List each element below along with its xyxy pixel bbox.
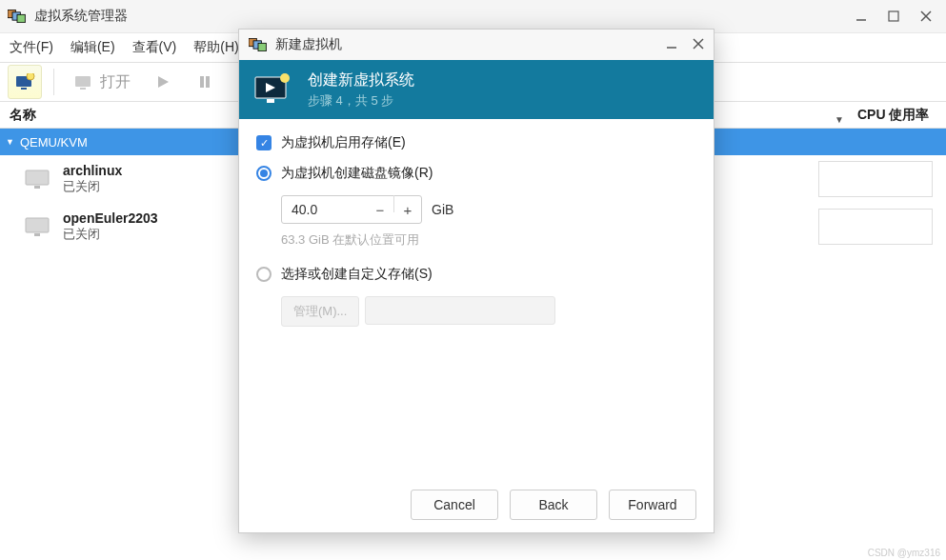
pause-button[interactable] [188, 65, 222, 99]
disk-size-value: 40.0 [282, 202, 367, 217]
sort-arrow-icon: ▼ [835, 114, 844, 125]
vm-name: openEuler2203 [63, 210, 158, 226]
svg-rect-14 [206, 76, 210, 88]
dialog-minimize-button[interactable] [666, 36, 677, 53]
create-disk-label: 为虚拟机创建磁盘镜像(R) [281, 165, 433, 182]
svg-point-9 [27, 73, 34, 80]
vm-status: 已关闭 [63, 178, 122, 195]
new-vm-banner-icon [252, 73, 292, 106]
create-disk-radio[interactable]: 为虚拟机创建磁盘镜像(R) [256, 165, 696, 182]
svg-rect-27 [267, 99, 274, 103]
svg-rect-2 [17, 14, 25, 22]
watermark: CSDN @ymz316 [868, 548, 940, 558]
cpu-usage-graph [818, 161, 933, 197]
vm-status: 已关闭 [63, 226, 158, 243]
window-controls [855, 10, 938, 23]
dialog-body: ✓ 为虚拟机启用存储(E) 为虚拟机创建磁盘镜像(R) 40.0 − + GiB… [239, 119, 714, 477]
svg-marker-12 [158, 76, 169, 88]
dialog-close-button[interactable] [693, 36, 704, 53]
column-header-cpu[interactable]: ▼ CPU 使用率 [829, 107, 946, 124]
close-button[interactable] [919, 10, 933, 23]
enable-storage-checkbox[interactable]: ✓ 为虚拟机启用存储(E) [256, 134, 696, 151]
radio-checked-icon [256, 166, 272, 181]
menu-file[interactable]: 文件(F) [10, 39, 53, 56]
open-label: 打开 [100, 72, 131, 92]
menu-view[interactable]: 查看(V) [132, 39, 177, 56]
back-button[interactable]: Back [510, 490, 597, 520]
svg-rect-10 [75, 76, 91, 87]
toolbar-separator [53, 69, 54, 95]
svg-rect-21 [258, 43, 266, 50]
dialog-title: 新建虚拟机 [275, 36, 342, 53]
radio-unchecked-icon [256, 267, 272, 282]
menu-edit[interactable]: 编辑(E) [70, 39, 115, 56]
column-cpu-label: CPU 使用率 [857, 107, 929, 122]
custom-storage-path-input[interactable] [365, 296, 555, 325]
vm-name: archlinux [63, 163, 122, 178]
dialog-titlebar: 新建虚拟机 [239, 30, 714, 60]
banner-step: 步骤 4，共 5 步 [308, 92, 414, 110]
svg-rect-8 [21, 88, 27, 90]
decrement-button[interactable]: − [367, 195, 393, 224]
app-icon [8, 10, 27, 23]
custom-storage-label: 选择或创建自定义存储(S) [281, 266, 433, 283]
available-space-label: 63.3 GiB 在默认位置可用 [281, 231, 696, 249]
svg-rect-11 [80, 88, 86, 90]
size-unit-label: GiB [432, 202, 453, 217]
increment-button[interactable]: + [394, 195, 421, 224]
window-title: 虚拟系统管理器 [34, 8, 128, 25]
maximize-button[interactable] [887, 10, 900, 23]
app-icon [249, 38, 268, 51]
checkbox-checked-icon: ✓ [256, 135, 272, 150]
monitor-icon [23, 216, 53, 237]
svg-rect-16 [34, 186, 40, 189]
play-button[interactable] [146, 65, 180, 99]
open-vm-button[interactable]: 打开 [66, 72, 138, 92]
hypervisor-name: QEMU/KVM [20, 135, 88, 150]
manage-storage-button[interactable]: 管理(M)... [281, 296, 359, 327]
svg-rect-15 [26, 170, 49, 185]
dialog-footer: Cancel Back Forward [239, 477, 714, 532]
minimize-button[interactable] [855, 10, 868, 23]
banner-title: 创建新虚拟系统 [308, 70, 414, 90]
svg-point-28 [280, 73, 290, 83]
disk-size-spinbox[interactable]: 40.0 − + [281, 195, 422, 224]
new-vm-button[interactable] [8, 65, 42, 99]
chevron-down-icon: ▼ [6, 137, 14, 147]
enable-storage-label: 为虚拟机启用存储(E) [281, 134, 406, 151]
svg-rect-18 [34, 233, 40, 236]
forward-button[interactable]: Forward [609, 490, 696, 520]
custom-storage-radio[interactable]: 选择或创建自定义存储(S) [256, 266, 696, 283]
dialog-banner: 创建新虚拟系统 步骤 4，共 5 步 [239, 60, 714, 119]
svg-rect-4 [889, 11, 898, 21]
new-vm-dialog: 新建虚拟机 创建新虚拟系统 步骤 4，共 5 步 ✓ 为虚拟机启用存储(E) 为… [238, 29, 715, 533]
svg-rect-13 [200, 76, 204, 88]
cpu-usage-graph [818, 209, 933, 245]
cancel-button[interactable]: Cancel [411, 490, 498, 520]
svg-rect-17 [26, 218, 49, 232]
monitor-icon [23, 169, 53, 190]
menu-help[interactable]: 帮助(H) [193, 39, 238, 56]
